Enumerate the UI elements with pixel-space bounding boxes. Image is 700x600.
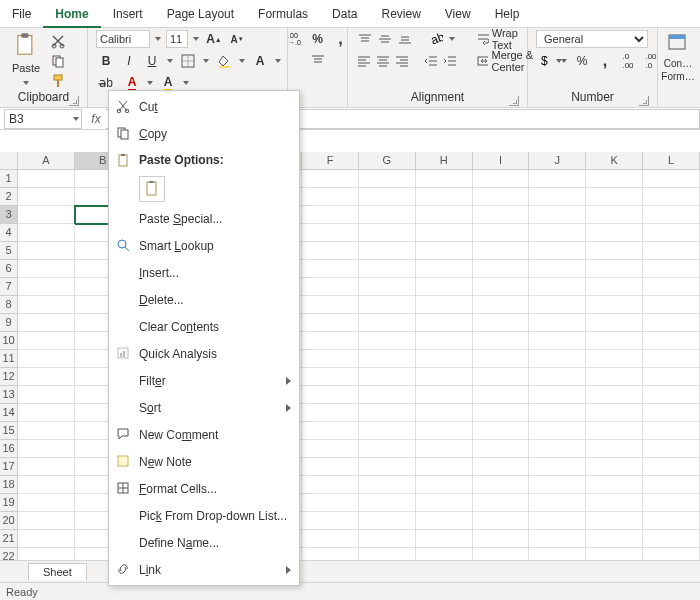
cell-A3[interactable] [18,206,75,224]
underline-dropdown[interactable] [165,52,175,70]
col-header-K[interactable]: K [586,152,643,170]
col-header-G[interactable]: G [359,152,416,170]
cell-J4[interactable] [529,224,586,242]
cell-G16[interactable] [359,440,416,458]
fill-color-button[interactable] [214,52,234,70]
align-center-btn[interactable] [375,52,391,70]
cell-A18[interactable] [18,476,75,494]
cell-G5[interactable] [359,242,416,260]
cell-L21[interactable] [643,530,700,548]
ctx-new-comment[interactable]: New Comment [109,421,299,448]
cell-K20[interactable] [586,512,643,530]
font-color-dropdown[interactable] [273,52,283,70]
cell-A1[interactable] [18,170,75,188]
cell-J16[interactable] [529,440,586,458]
increase-indent-btn[interactable] [442,52,458,70]
row-header-17[interactable]: 17 [0,458,18,476]
cell-G1[interactable] [359,170,416,188]
tab-help[interactable]: Help [483,0,532,28]
cell-I19[interactable] [473,494,530,512]
align-left-btn[interactable] [356,52,372,70]
tab-data[interactable]: Data [320,0,369,28]
increase-font-button[interactable]: A▲ [204,30,224,48]
cell-G19[interactable] [359,494,416,512]
increase-decimal-button[interactable]: .0.00 [618,52,638,70]
cell-L14[interactable] [643,404,700,422]
ctx-format-cells[interactable]: Format Cells... [109,475,299,502]
cell-L5[interactable] [643,242,700,260]
cell-G17[interactable] [359,458,416,476]
cell-J10[interactable] [529,332,586,350]
cell-F9[interactable] [302,314,359,332]
row-header-10[interactable]: 10 [0,332,18,350]
cell-I18[interactable] [473,476,530,494]
cell-L13[interactable] [643,386,700,404]
cell-I5[interactable] [473,242,530,260]
ctx-define-name[interactable]: Define Name... [109,529,299,556]
ctx-smart-lookup[interactable]: Smart Lookup [109,232,299,259]
cell-H19[interactable] [416,494,473,512]
cell-J15[interactable] [529,422,586,440]
cell-G11[interactable] [359,350,416,368]
cell-F21[interactable] [302,530,359,548]
cell-J18[interactable] [529,476,586,494]
cell-K5[interactable] [586,242,643,260]
cell-A11[interactable] [18,350,75,368]
cell-F11[interactable] [302,350,359,368]
row-header-15[interactable]: 15 [0,422,18,440]
cell-I16[interactable] [473,440,530,458]
cell-L9[interactable] [643,314,700,332]
cell-H4[interactable] [416,224,473,242]
cell-I8[interactable] [473,296,530,314]
cell-I6[interactable] [473,260,530,278]
row-header-5[interactable]: 5 [0,242,18,260]
row-header-12[interactable]: 12 [0,368,18,386]
tab-view[interactable]: View [433,0,483,28]
tab-file[interactable]: File [0,0,43,28]
cell-J9[interactable] [529,314,586,332]
cell-I13[interactable] [473,386,530,404]
tab-home[interactable]: Home [43,0,100,28]
cell-G3[interactable] [359,206,416,224]
align-top-btn[interactable] [356,30,373,48]
cell-A10[interactable] [18,332,75,350]
cell-A17[interactable] [18,458,75,476]
cell-L17[interactable] [643,458,700,476]
cell-A21[interactable] [18,530,75,548]
cell-J12[interactable] [529,368,586,386]
cell-J2[interactable] [529,188,586,206]
cell-L2[interactable] [643,188,700,206]
col-header-L[interactable]: L [643,152,700,170]
cell-J6[interactable] [529,260,586,278]
cell-L12[interactable] [643,368,700,386]
cell-A16[interactable] [18,440,75,458]
cell-K10[interactable] [586,332,643,350]
row-header-16[interactable]: 16 [0,440,18,458]
col-header-I[interactable]: I [473,152,530,170]
cell-I4[interactable] [473,224,530,242]
row-header-3[interactable]: 3 [0,206,18,224]
cell-F7[interactable] [302,278,359,296]
cell-L8[interactable] [643,296,700,314]
cell-A5[interactable] [18,242,75,260]
ctx-filter[interactable]: Filter [109,367,299,394]
cell-J13[interactable] [529,386,586,404]
cell-J20[interactable] [529,512,586,530]
cell-I2[interactable] [473,188,530,206]
cell-F10[interactable] [302,332,359,350]
ctx-cut[interactable]: Cut [109,93,299,120]
cell-K1[interactable] [586,170,643,188]
cell-I14[interactable] [473,404,530,422]
cell-G21[interactable] [359,530,416,548]
cell-A19[interactable] [18,494,75,512]
number-launcher[interactable] [639,96,649,106]
cell-J14[interactable] [529,404,586,422]
cell-H5[interactable] [416,242,473,260]
row-header-19[interactable]: 19 [0,494,18,512]
font-size-input[interactable] [166,30,188,48]
percent-button[interactable]: % [308,30,328,48]
align-bottom-btn[interactable] [397,30,414,48]
cell-L15[interactable] [643,422,700,440]
cell-F4[interactable] [302,224,359,242]
cell-I17[interactable] [473,458,530,476]
